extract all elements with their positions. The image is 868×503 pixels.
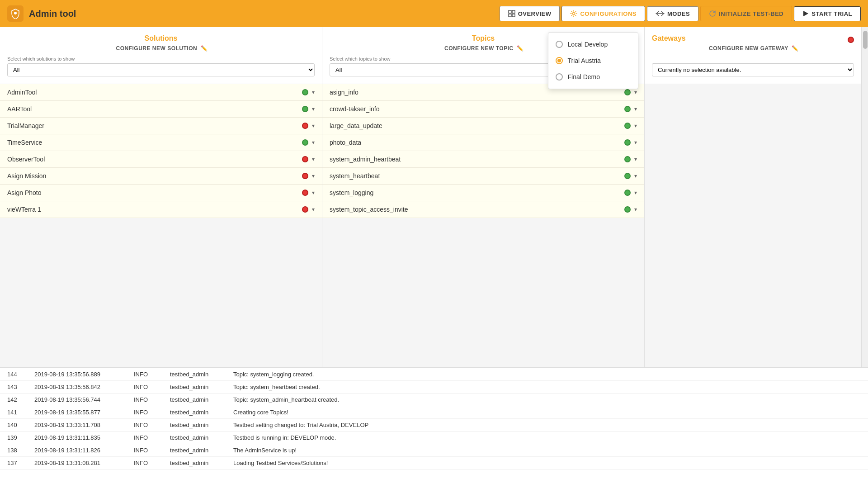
topic-name: system_logging	[330, 189, 373, 196]
topic-status-dot	[624, 106, 631, 112]
solution-controls: ▾	[302, 173, 315, 179]
log-timestamp: 2019-08-19 13:35:55.877	[34, 409, 134, 416]
chevron-down-icon[interactable]: ▾	[634, 106, 637, 112]
solutions-filter-label: Select which solutions to show	[7, 56, 315, 62]
chevron-down-icon[interactable]: ▾	[312, 206, 315, 213]
configurations-label: CONFIGURATIONS	[580, 10, 636, 17]
svg-rect-2	[512, 10, 515, 13]
topic-controls: ▾	[624, 89, 637, 95]
log-user: testbed_admin	[170, 409, 233, 416]
app-header: Admin tool OVERVIEW CONFIGURATIONS	[0, 0, 868, 27]
chevron-down-icon[interactable]: ▾	[634, 89, 637, 95]
solutions-list-item[interactable]: AARTool ▾	[0, 101, 322, 118]
topic-controls: ▾	[624, 106, 637, 112]
initialize-testbed-button[interactable]: INITIALIZE TEST-BED	[700, 6, 792, 21]
solutions-list-item[interactable]: TimeService ▾	[0, 134, 322, 151]
chevron-down-icon[interactable]: ▾	[634, 139, 637, 146]
log-user: testbed_admin	[170, 422, 233, 428]
overview-label: OVERVIEW	[518, 10, 552, 17]
solution-name: AARTool	[7, 105, 32, 113]
vertical-scrollbar[interactable]	[862, 27, 868, 367]
radio-trial-austria	[556, 57, 563, 64]
configurations-button[interactable]: CONFIGURATIONS	[561, 6, 645, 21]
modes-button[interactable]: MODES	[647, 6, 698, 21]
gateways-filter-select[interactable]: Currently no selection available.	[652, 63, 854, 76]
chevron-down-icon[interactable]: ▾	[312, 106, 315, 112]
solution-controls: ▾	[302, 139, 315, 146]
log-message: Testbed setting changed to: Trial Austri…	[233, 422, 861, 428]
log-message: Topic: system_heartbeat created.	[233, 384, 861, 390]
solutions-configure[interactable]: CONFIGURE NEW SOLUTION ✏️	[7, 45, 315, 52]
pencil-icon-topics: ✏️	[517, 45, 524, 52]
solution-name: TimeService	[7, 139, 42, 146]
columns-wrapper: Solutions CONFIGURE NEW SOLUTION ✏️ Sele…	[0, 27, 868, 367]
gateways-configure-label: CONFIGURE NEW GATEWAY	[709, 45, 788, 52]
solutions-list-item[interactable]: vieWTerra 1 ▾	[0, 201, 322, 218]
config-local-develop[interactable]: Local Develop	[548, 36, 638, 52]
topic-name: large_data_update	[330, 122, 382, 129]
log-user: testbed_admin	[170, 384, 233, 390]
topics-list-item[interactable]: system_heartbeat ▾	[322, 168, 644, 185]
log-timestamp: 2019-08-19 13:35:56.744	[34, 396, 134, 403]
topics-list-item[interactable]: system_admin_heartbeat ▾	[322, 151, 644, 168]
radio-local-develop	[556, 41, 563, 48]
solution-name: Asign Photo	[7, 189, 42, 196]
config-final-demo-label: Final Demo	[567, 73, 600, 81]
log-row: 142 2019-08-19 13:35:56.744 INFO testbed…	[0, 394, 868, 406]
solutions-list-item[interactable]: ObserverTool ▾	[0, 151, 322, 168]
app-title: Admin tool	[29, 9, 76, 19]
topics-list-item[interactable]: photo_data ▾	[322, 134, 644, 151]
app-logo	[7, 5, 24, 22]
chevron-down-icon[interactable]: ▾	[312, 156, 315, 162]
log-user: testbed_admin	[170, 460, 233, 466]
gateways-column: Gateways CONFIGURE NEW GATEWAY ✏️ Curren…	[645, 27, 862, 367]
solutions-list-item[interactable]: AdminTool ▾	[0, 84, 322, 101]
gateways-configure[interactable]: CONFIGURE NEW GATEWAY ✏️	[652, 45, 854, 52]
topic-name: system_admin_heartbeat	[330, 156, 401, 163]
solutions-list-item[interactable]: Asign Photo ▾	[0, 185, 322, 201]
config-final-demo[interactable]: Final Demo	[548, 69, 638, 85]
chevron-down-icon[interactable]: ▾	[634, 173, 637, 179]
gateway-status-dot	[848, 37, 854, 43]
log-message: Loading Testbed Services/Solutions!	[233, 460, 861, 466]
chevron-down-icon[interactable]: ▾	[634, 206, 637, 213]
chevron-down-icon[interactable]: ▾	[312, 190, 315, 196]
topics-list-item[interactable]: system_topic_access_invite ▾	[322, 201, 644, 218]
config-trial-austria[interactable]: Trial Austria	[548, 52, 638, 69]
chevron-down-icon[interactable]: ▾	[312, 173, 315, 179]
configurations-wrapper: CONFIGURATIONS Local Develop Trial Austr…	[561, 6, 645, 21]
log-message: Topic: system_logging created.	[233, 371, 861, 378]
chevron-down-icon[interactable]: ▾	[634, 190, 637, 196]
chevron-down-icon[interactable]: ▾	[634, 156, 637, 162]
topic-name: asign_info	[330, 89, 359, 96]
chevron-down-icon[interactable]: ▾	[312, 139, 315, 146]
topics-list-item[interactable]: crowd-takser_info ▾	[322, 101, 644, 118]
log-row: 141 2019-08-19 13:35:55.877 INFO testbed…	[0, 406, 868, 419]
refresh-icon	[709, 10, 716, 17]
topics-list-item[interactable]: large_data_update ▾	[322, 118, 644, 134]
overview-button[interactable]: OVERVIEW	[500, 6, 560, 21]
chevron-down-icon[interactable]: ▾	[634, 123, 637, 129]
modes-icon	[656, 10, 665, 17]
solutions-list-item[interactable]: TrialManager ▾	[0, 118, 322, 134]
log-row: 143 2019-08-19 13:35:56.842 INFO testbed…	[0, 381, 868, 394]
header-navigation: OVERVIEW CONFIGURATIONS Local Develop	[500, 6, 861, 21]
topic-status-dot	[624, 156, 631, 162]
modes-label: MODES	[667, 10, 690, 17]
log-area: 144 2019-08-19 13:35:56.889 INFO testbed…	[0, 367, 868, 503]
solution-name: ObserverTool	[7, 156, 45, 163]
start-trial-label: START TRIAL	[811, 10, 852, 17]
log-timestamp: 2019-08-19 13:33:11.708	[34, 422, 134, 428]
solution-controls: ▾	[302, 106, 315, 112]
topics-list-item[interactable]: system_logging ▾	[322, 185, 644, 201]
start-trial-button[interactable]: START TRIAL	[794, 6, 861, 21]
config-trial-austria-label: Trial Austria	[567, 57, 600, 64]
log-level: INFO	[134, 371, 170, 378]
svg-point-0	[14, 12, 17, 14]
chevron-down-icon[interactable]: ▾	[312, 89, 315, 95]
solutions-filter-select[interactable]: All	[7, 63, 315, 76]
solution-status-dot	[302, 156, 308, 162]
solutions-list-item[interactable]: Asign Mission ▾	[0, 168, 322, 185]
scrollbar-thumb[interactable]	[863, 31, 868, 49]
chevron-down-icon[interactable]: ▾	[312, 123, 315, 129]
